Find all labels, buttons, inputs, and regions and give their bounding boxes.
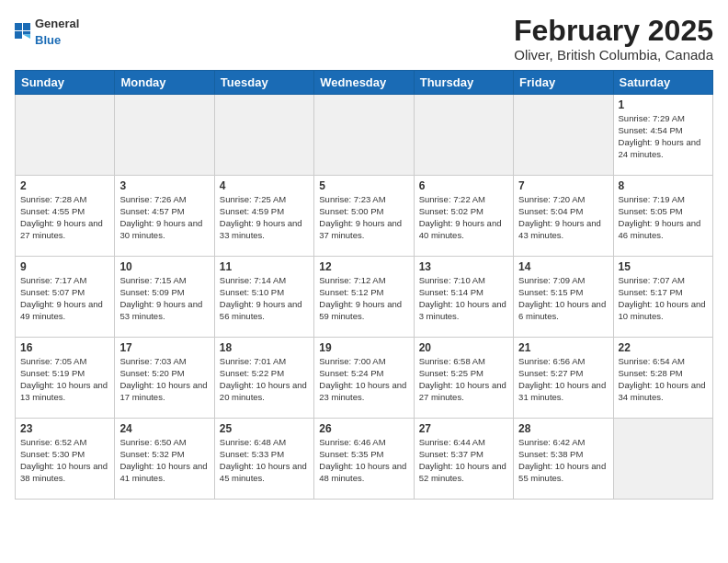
day-info: Sunrise: 6:44 AM Sunset: 5:37 PM Dayligh…	[419, 437, 508, 484]
svg-rect-3	[23, 31, 30, 35]
calendar-cell: 12Sunrise: 7:12 AM Sunset: 5:12 PM Dayli…	[314, 257, 414, 338]
day-info: Sunrise: 7:09 AM Sunset: 5:15 PM Dayligh…	[518, 275, 608, 322]
calendar-cell: 1Sunrise: 7:29 AM Sunset: 4:54 PM Daylig…	[613, 95, 712, 176]
day-number: 23	[20, 422, 109, 435]
calendar-cell: 21Sunrise: 6:56 AM Sunset: 5:27 PM Dayli…	[514, 338, 613, 419]
day-info: Sunrise: 7:01 AM Sunset: 5:22 PM Dayligh…	[220, 356, 309, 403]
day-number: 18	[220, 341, 309, 354]
day-number: 5	[319, 179, 408, 192]
calendar-cell: 28Sunrise: 6:42 AM Sunset: 5:38 PM Dayli…	[514, 419, 613, 500]
calendar-cell	[16, 95, 115, 176]
calendar-cell: 9Sunrise: 7:17 AM Sunset: 5:07 PM Daylig…	[16, 257, 115, 338]
week-row-5: 23Sunrise: 6:52 AM Sunset: 5:30 PM Dayli…	[16, 419, 713, 500]
calendar-cell: 11Sunrise: 7:14 AM Sunset: 5:10 PM Dayli…	[214, 257, 313, 338]
week-row-2: 2Sunrise: 7:28 AM Sunset: 4:55 PM Daylig…	[16, 176, 713, 257]
day-info: Sunrise: 6:46 AM Sunset: 5:35 PM Dayligh…	[319, 437, 408, 484]
day-info: Sunrise: 6:52 AM Sunset: 5:30 PM Dayligh…	[20, 437, 109, 484]
day-info: Sunrise: 7:14 AM Sunset: 5:10 PM Dayligh…	[220, 275, 309, 322]
page-header: General Blue February 2025 Oliver, Briti…	[15, 15, 713, 63]
svg-marker-4	[23, 35, 30, 40]
calendar-cell: 22Sunrise: 6:54 AM Sunset: 5:28 PM Dayli…	[613, 338, 712, 419]
day-header-thursday: Thursday	[414, 71, 513, 95]
calendar-cell	[115, 95, 214, 176]
day-info: Sunrise: 7:23 AM Sunset: 5:00 PM Dayligh…	[319, 194, 408, 241]
calendar-cell: 7Sunrise: 7:20 AM Sunset: 5:04 PM Daylig…	[514, 176, 613, 257]
day-number: 24	[119, 422, 209, 435]
calendar-cell: 8Sunrise: 7:19 AM Sunset: 5:05 PM Daylig…	[613, 176, 712, 257]
day-number: 15	[619, 260, 708, 273]
day-number: 21	[518, 341, 608, 354]
calendar-cell: 26Sunrise: 6:46 AM Sunset: 5:35 PM Dayli…	[314, 419, 414, 500]
day-info: Sunrise: 7:07 AM Sunset: 5:17 PM Dayligh…	[619, 275, 708, 322]
day-number: 27	[419, 422, 508, 435]
day-number: 14	[518, 260, 608, 273]
day-number: 28	[518, 422, 608, 435]
day-info: Sunrise: 6:58 AM Sunset: 5:25 PM Dayligh…	[419, 356, 508, 403]
day-header-monday: Monday	[115, 71, 214, 95]
calendar-cell	[613, 419, 712, 500]
calendar-cell: 13Sunrise: 7:10 AM Sunset: 5:14 PM Dayli…	[414, 257, 513, 338]
calendar-cell: 17Sunrise: 7:03 AM Sunset: 5:20 PM Dayli…	[115, 338, 214, 419]
calendar-cell: 10Sunrise: 7:15 AM Sunset: 5:09 PM Dayli…	[115, 257, 214, 338]
day-info: Sunrise: 7:12 AM Sunset: 5:12 PM Dayligh…	[319, 275, 408, 322]
day-info: Sunrise: 7:26 AM Sunset: 4:57 PM Dayligh…	[119, 194, 209, 241]
day-number: 2	[20, 179, 109, 192]
calendar-cell: 4Sunrise: 7:25 AM Sunset: 4:59 PM Daylig…	[214, 176, 313, 257]
day-info: Sunrise: 7:03 AM Sunset: 5:20 PM Dayligh…	[119, 356, 209, 403]
calendar-cell: 19Sunrise: 7:00 AM Sunset: 5:24 PM Dayli…	[314, 338, 414, 419]
day-number: 11	[220, 260, 309, 273]
calendar-cell: 20Sunrise: 6:58 AM Sunset: 5:25 PM Dayli…	[414, 338, 513, 419]
svg-rect-1	[23, 23, 30, 30]
day-number: 19	[319, 341, 408, 354]
day-header-tuesday: Tuesday	[214, 71, 313, 95]
day-info: Sunrise: 7:19 AM Sunset: 5:05 PM Dayligh…	[619, 194, 708, 241]
days-header-row: SundayMondayTuesdayWednesdayThursdayFrid…	[16, 71, 713, 95]
day-info: Sunrise: 7:25 AM Sunset: 4:59 PM Dayligh…	[220, 194, 309, 241]
day-info: Sunrise: 7:17 AM Sunset: 5:07 PM Dayligh…	[20, 275, 109, 322]
day-number: 13	[419, 260, 508, 273]
calendar-cell: 5Sunrise: 7:23 AM Sunset: 5:00 PM Daylig…	[314, 176, 414, 257]
day-header-wednesday: Wednesday	[314, 71, 414, 95]
calendar-cell	[214, 95, 313, 176]
day-number: 8	[619, 179, 708, 192]
logo: General Blue	[15, 15, 79, 48]
week-row-4: 16Sunrise: 7:05 AM Sunset: 5:19 PM Dayli…	[16, 338, 713, 419]
week-row-3: 9Sunrise: 7:17 AM Sunset: 5:07 PM Daylig…	[16, 257, 713, 338]
logo-general-text: General Blue	[35, 15, 79, 48]
day-number: 17	[119, 341, 209, 354]
calendar-cell: 2Sunrise: 7:28 AM Sunset: 4:55 PM Daylig…	[16, 176, 115, 257]
day-number: 6	[419, 179, 508, 192]
calendar-cell	[314, 95, 414, 176]
calendar-table: SundayMondayTuesdayWednesdayThursdayFrid…	[15, 70, 713, 500]
week-row-1: 1Sunrise: 7:29 AM Sunset: 4:54 PM Daylig…	[16, 95, 713, 176]
day-info: Sunrise: 7:10 AM Sunset: 5:14 PM Dayligh…	[419, 275, 508, 322]
day-info: Sunrise: 6:54 AM Sunset: 5:28 PM Dayligh…	[619, 356, 708, 403]
logo-icon	[15, 23, 31, 40]
day-header-sunday: Sunday	[16, 71, 115, 95]
calendar-cell: 3Sunrise: 7:26 AM Sunset: 4:57 PM Daylig…	[115, 176, 214, 257]
day-info: Sunrise: 6:56 AM Sunset: 5:27 PM Dayligh…	[518, 356, 608, 403]
day-info: Sunrise: 6:50 AM Sunset: 5:32 PM Dayligh…	[119, 437, 209, 484]
day-info: Sunrise: 7:20 AM Sunset: 5:04 PM Dayligh…	[518, 194, 608, 241]
day-number: 20	[419, 341, 508, 354]
day-number: 7	[518, 179, 608, 192]
day-number: 4	[220, 179, 309, 192]
calendar-cell: 14Sunrise: 7:09 AM Sunset: 5:15 PM Dayli…	[514, 257, 613, 338]
day-number: 1	[619, 98, 708, 111]
calendar-cell: 16Sunrise: 7:05 AM Sunset: 5:19 PM Dayli…	[16, 338, 115, 419]
day-header-friday: Friday	[514, 71, 613, 95]
day-info: Sunrise: 6:42 AM Sunset: 5:38 PM Dayligh…	[518, 437, 608, 484]
day-number: 16	[20, 341, 109, 354]
title-block: February 2025 Oliver, British Columbia, …	[514, 15, 713, 63]
day-info: Sunrise: 7:22 AM Sunset: 5:02 PM Dayligh…	[419, 194, 508, 241]
day-number: 12	[319, 260, 408, 273]
calendar-cell: 24Sunrise: 6:50 AM Sunset: 5:32 PM Dayli…	[115, 419, 214, 500]
day-number: 26	[319, 422, 408, 435]
day-info: Sunrise: 7:29 AM Sunset: 4:54 PM Dayligh…	[619, 113, 708, 160]
day-number: 10	[119, 260, 209, 273]
svg-rect-2	[15, 31, 22, 39]
calendar-cell	[414, 95, 513, 176]
day-info: Sunrise: 7:15 AM Sunset: 5:09 PM Dayligh…	[119, 275, 209, 322]
day-number: 25	[220, 422, 309, 435]
svg-rect-0	[15, 23, 22, 30]
